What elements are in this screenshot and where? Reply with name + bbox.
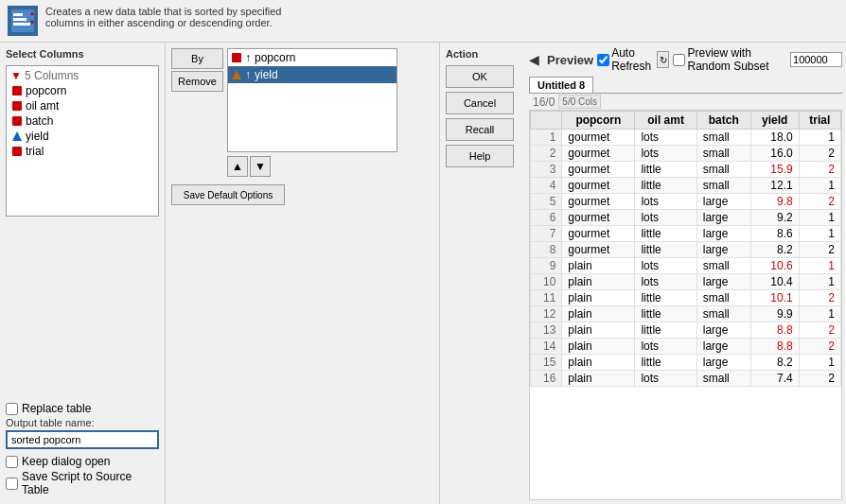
output-name-input[interactable]	[6, 430, 159, 449]
keep-open-row: Keep dialog open	[6, 455, 159, 468]
sort-item-yield[interactable]: ↑ yield	[228, 66, 397, 83]
col-blue-icon	[12, 131, 22, 141]
header-bar: Creates a new data table that is sorted …	[0, 0, 846, 43]
row-number: 3	[531, 162, 562, 178]
cell-text: large	[696, 274, 750, 290]
cancel-button[interactable]: Cancel	[446, 92, 514, 114]
columns-box: ▼ 5 Columns popcorn oil amt batch yield	[6, 65, 159, 217]
cell-text: gourmet	[562, 146, 635, 162]
row-number: 13	[531, 322, 562, 339]
cell-text: small	[696, 146, 750, 162]
random-subset-checkbox[interactable]	[673, 54, 685, 66]
save-script-label: Save Script to Source Table	[22, 470, 159, 496]
cell-value: 2	[799, 194, 840, 210]
cell-text: lots	[635, 371, 696, 387]
th-oilamt[interactable]: oil amt	[635, 112, 696, 130]
cell-text: gourmet	[562, 130, 635, 146]
col-item-trial[interactable]: trial	[9, 144, 156, 159]
svg-rect-1	[13, 13, 23, 16]
cell-value: 1	[799, 210, 840, 226]
replace-table-checkbox[interactable]	[6, 403, 18, 415]
svg-rect-3	[13, 23, 30, 26]
cell-value: 1	[799, 258, 840, 274]
save-default-button[interactable]: Save Default Options	[171, 184, 285, 205]
cell-text: plain	[562, 355, 635, 371]
cell-value: 1	[799, 178, 840, 194]
table-row: 8gourmetlittlelarge8.22	[531, 242, 841, 258]
cell-value: 2	[799, 146, 840, 162]
recall-button[interactable]: Recall	[446, 118, 514, 141]
cell-text: lots	[635, 274, 696, 290]
cell-value: 2	[799, 322, 840, 339]
cell-text: large	[696, 322, 750, 339]
table-row: 6gourmetlotslarge9.21	[531, 210, 841, 226]
cell-text: large	[696, 355, 750, 371]
by-button[interactable]: By	[171, 48, 223, 69]
table-row: 11plainlittlesmall10.12	[531, 290, 841, 306]
row-number: 15	[531, 355, 562, 371]
remove-button[interactable]: Remove	[171, 71, 223, 92]
cell-text: large	[696, 226, 750, 242]
row-number: 14	[531, 339, 562, 355]
replace-table-label: Replace table	[22, 402, 91, 415]
cell-text: little	[635, 226, 696, 242]
random-subset-row: Preview with Random Subset	[673, 46, 786, 73]
preview-title: Preview	[547, 53, 593, 67]
col-item-batch[interactable]: batch	[9, 113, 156, 129]
col-red-icon	[12, 86, 22, 96]
save-script-checkbox[interactable]	[6, 478, 18, 490]
left-panel: Select Columns ▼ 5 Columns popcorn oil a…	[0, 43, 166, 504]
table-row: 15plainlittlelarge8.21	[531, 355, 841, 371]
row-number: 8	[531, 242, 562, 258]
cell-text: little	[635, 322, 696, 339]
row-number: 4	[531, 178, 562, 194]
th-popcorn[interactable]: popcorn	[562, 112, 635, 130]
th-trial[interactable]: trial	[799, 112, 840, 130]
cell-value: 2	[799, 371, 840, 387]
random-value-input[interactable]	[790, 52, 842, 67]
col-item-popcorn[interactable]: popcorn	[9, 83, 156, 98]
cell-value: 8.2	[750, 242, 799, 258]
cell-text: plain	[562, 274, 635, 290]
auto-refresh-label: Auto Refresh	[611, 46, 653, 73]
row-number: 1	[531, 130, 562, 146]
table-wrapper: popcorn oil amt batch yield trial 1gourm…	[529, 110, 842, 500]
move-up-button[interactable]: ▲	[227, 156, 248, 177]
cols-info: 5/0 Cols	[558, 95, 601, 109]
table-row: 2gourmetlotssmall16.02	[531, 146, 841, 162]
cell-text: small	[696, 290, 750, 306]
cell-value: 2	[799, 290, 840, 306]
cell-text: plain	[562, 339, 635, 355]
col-item-oilamt[interactable]: oil amt	[9, 98, 156, 113]
ok-button[interactable]: OK	[446, 65, 514, 88]
cell-text: small	[696, 306, 750, 322]
row-number: 16	[531, 371, 562, 387]
col-item-yield[interactable]: yield	[9, 129, 156, 144]
cell-text: lots	[635, 339, 696, 355]
move-down-button[interactable]: ▼	[250, 156, 271, 177]
keep-open-checkbox[interactable]	[6, 456, 18, 468]
row-number: 2	[531, 146, 562, 162]
th-batch[interactable]: batch	[696, 112, 750, 130]
help-button[interactable]: Help	[446, 145, 514, 167]
row-number: 5	[531, 194, 562, 210]
sort-list-area: ↑ popcorn ↑ yield ▲ ▼	[227, 48, 433, 177]
auto-refresh-row: Auto Refresh	[597, 46, 653, 73]
sort-item-popcorn[interactable]: ↑ popcorn	[228, 49, 397, 66]
table-row: 7gourmetlittlelarge8.61	[531, 226, 841, 242]
cell-value: 1	[799, 355, 840, 371]
tab-untitled8[interactable]: Untitled 8	[529, 77, 593, 93]
output-label: Output table name:	[6, 417, 159, 428]
table-row: 13plainlittlelarge8.82	[531, 322, 841, 339]
refresh-button[interactable]: ↻	[657, 51, 669, 68]
th-yield[interactable]: yield	[750, 112, 799, 130]
table-row: 10plainlotslarge10.41	[531, 274, 841, 290]
sort-list: ↑ popcorn ↑ yield	[227, 48, 397, 152]
action-label: Action	[446, 48, 520, 60]
cell-value: 2	[799, 339, 840, 355]
cell-value: 15.9	[750, 162, 799, 178]
cell-value: 1	[799, 226, 840, 242]
auto-refresh-checkbox[interactable]	[597, 54, 609, 66]
cell-text: small	[696, 258, 750, 274]
cell-text: little	[635, 242, 696, 258]
